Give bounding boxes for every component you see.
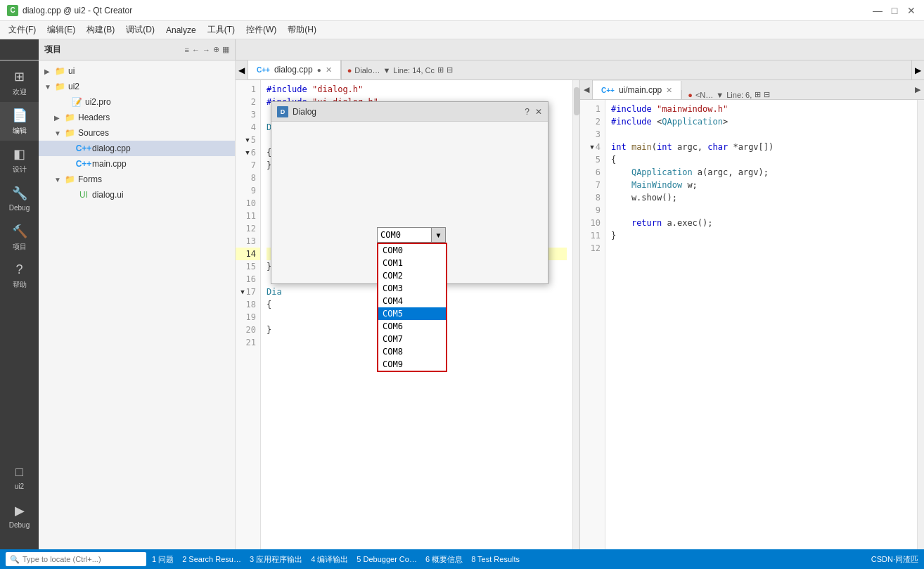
line-num: 13 (236, 235, 260, 248)
dropdown-item[interactable]: COM0 (378, 244, 446, 257)
tab-left-nav[interactable]: ◀ (580, 79, 593, 99)
menu-edit[interactable]: 编辑(E) (41, 23, 81, 37)
scrollbar-right[interactable] (917, 100, 924, 549)
sidebar-item-project[interactable]: 🔨 项目 (0, 218, 39, 257)
title-bar: C dialog.cpp @ ui2 - Qt Creator — □ ✕ (0, 0, 924, 21)
sidebar-item-welcome[interactable]: ⊞ 欢迎 (0, 63, 39, 102)
status-item-appoutput[interactable]: 3 应用程序输出 (247, 553, 305, 566)
menu-analyze[interactable]: Analyze (160, 24, 202, 37)
search-input[interactable] (23, 555, 135, 563)
status-item-overview[interactable]: 6 概要信息 (423, 553, 466, 566)
tab-prev-btn[interactable]: ◀ (236, 60, 248, 79)
tab-dot: ● (317, 66, 321, 74)
combo-arrow-btn[interactable]: ▼ (432, 227, 446, 243)
tree-item-ui2pro[interactable]: 📝 ui2.pro (39, 94, 235, 110)
dialog-close-btn[interactable]: ✕ (535, 107, 542, 117)
code-line: } (611, 229, 911, 242)
separator: ▼ (383, 66, 390, 75)
menu-bar: 文件(F) 编辑(E) 构建(B) 调试(D) Analyze 工具(T) 控件… (0, 21, 924, 39)
menu-help[interactable]: 帮助(H) (282, 23, 322, 37)
line-num: 15 (236, 260, 260, 273)
status-item-debugger[interactable]: 5 Debugger Co… (354, 554, 420, 565)
menu-debug[interactable]: 调试(D) (120, 23, 160, 37)
line-num: 9 (236, 184, 260, 197)
minimize-button[interactable]: — (872, 5, 883, 16)
dropdown-item[interactable]: COM6 (378, 320, 446, 333)
tree-item-headers[interactable]: ▶ 📁 Headers (39, 110, 235, 125)
line-num: 8 (580, 191, 605, 204)
settings-btn[interactable]: ▦ (222, 45, 229, 54)
split-icon: ⊟ (447, 65, 453, 75)
dropdown-item[interactable]: COM3 (378, 282, 446, 295)
project-panel: ▶ 📁 ui ▼ 📁 ui2 📝 ui2.pro ▶ 📁 Headers (39, 60, 236, 549)
maximize-button[interactable]: □ (889, 5, 900, 16)
tab-close[interactable]: ✕ (666, 86, 672, 95)
code-line: MainWindow w; (611, 179, 911, 191)
sidebar-item-ui2[interactable]: □ ui2 (0, 458, 39, 497)
pro-icon: 📝 (71, 96, 82, 108)
dialog-question-btn[interactable]: ? (525, 107, 530, 117)
tree-item-maincpp[interactable]: C++ main.cpp (39, 156, 235, 172)
menu-controls[interactable]: 控件(W) (240, 23, 282, 37)
cpp-icon: C++ (78, 158, 89, 170)
menu-build[interactable]: 构建(B) (81, 23, 120, 37)
dropdown-item[interactable]: COM7 (378, 333, 446, 345)
tab-right-nav[interactable]: ▶ (911, 79, 924, 99)
sync-btn[interactable]: ⊕ (213, 45, 219, 54)
line-num: 2 (236, 96, 260, 108)
menu-file[interactable]: 文件(F) (3, 23, 41, 37)
status-item-tests[interactable]: 8 Test Results (468, 554, 522, 565)
dropdown-item[interactable]: COM4 (378, 295, 446, 307)
folder-icon: 📁 (54, 81, 65, 92)
tree-item-forms[interactable]: ▼ 📁 Forms (39, 172, 235, 187)
dropdown-item[interactable]: COM9 (378, 358, 446, 371)
dropdown-list: COM0 COM1 COM2 COM3 COM4 COM5 COM6 COM7 (377, 243, 447, 372)
arrow-icon: ▼ (54, 176, 64, 184)
line-info: Line: 6, (726, 91, 752, 99)
tree-label: ui2.pro (85, 97, 111, 107)
sidebar-item-design[interactable]: ◧ 设计 (0, 141, 39, 179)
tree-item-sources[interactable]: ▼ 📁 Sources (39, 125, 235, 141)
dropdown-item[interactable]: COM8 (378, 345, 446, 358)
tree-item-ui[interactable]: ▶ 📁 ui (39, 63, 235, 79)
status-item-compile[interactable]: 4 编译输出 (308, 553, 351, 566)
back-btn[interactable]: ← (192, 46, 200, 54)
ui2-icon: □ (15, 465, 23, 480)
status-bar: 🔍 1 问题 2 Search Resu… 3 应用程序输出 4 编译输出 5 … (0, 549, 924, 569)
window-title: dialog.cpp @ ui2 - Qt Creator (23, 6, 132, 15)
tab-dialogcpp[interactable]: C++ dialog.cpp ● ✕ (248, 60, 341, 79)
line-numbers-right: 1 2 3 ▼4 5 6 7 8 9 10 11 12 (580, 100, 605, 549)
sidebar-item-debug2[interactable]: ▶ Debug (0, 497, 39, 535)
scrollbar-left[interactable] (572, 80, 579, 549)
tree-item-ui2[interactable]: ▼ 📁 ui2 (39, 79, 235, 94)
search-box[interactable]: 🔍 (6, 552, 146, 566)
project-tree: ▶ 📁 ui ▼ 📁 ui2 📝 ui2.pro ▶ 📁 Headers (39, 60, 235, 549)
editor-pane-right: ◀ C++ ui/main.cpp ✕ ● <N… ▼ Line: 6, ⊞ ⊟ (580, 80, 924, 549)
dropdown-item-selected[interactable]: COM5 (378, 307, 446, 320)
code-content-right[interactable]: #include "mainwindow.h" #include <QAppli… (605, 100, 917, 549)
forward-btn[interactable]: → (203, 46, 210, 54)
status-item-search[interactable]: 2 Search Resu… (179, 554, 244, 565)
line-num-current: 14 (236, 248, 260, 260)
combo-input[interactable]: COM0 (377, 227, 432, 243)
modified-icon: ● (347, 66, 352, 75)
code-line: #include "mainwindow.h" (611, 103, 911, 115)
close-button[interactable]: ✕ (906, 5, 917, 16)
tab-close-icon[interactable]: ✕ (326, 65, 332, 75)
tab-maincpp[interactable]: C++ ui/main.cpp ✕ (593, 81, 681, 99)
sidebar-item-help[interactable]: ? 帮助 (0, 257, 39, 295)
tree-item-dialogcpp[interactable]: C++ dialog.cpp (39, 141, 235, 156)
tree-item-dialogui[interactable]: UI dialog.ui (39, 187, 235, 203)
tab-next-btn[interactable]: ▶ (911, 60, 924, 79)
dropdown-item[interactable]: COM1 (378, 257, 446, 269)
sidebar-item-debug[interactable]: 🔧 Debug (0, 179, 39, 218)
dropdown-item[interactable]: COM2 (378, 269, 446, 282)
folder-icon: 📁 (64, 174, 75, 185)
sidebar-item-edit[interactable]: 📄 编辑 (0, 102, 39, 141)
filter-btn[interactable]: ≡ (185, 46, 189, 54)
menu-tools[interactable]: 工具(T) (202, 23, 240, 37)
status-item-problems[interactable]: 1 问题 (149, 553, 177, 566)
arrow-icon: ▼ (54, 129, 64, 137)
tree-label: main.cpp (92, 159, 127, 169)
status-csdn: CSDN·同渣匹 (871, 554, 918, 565)
